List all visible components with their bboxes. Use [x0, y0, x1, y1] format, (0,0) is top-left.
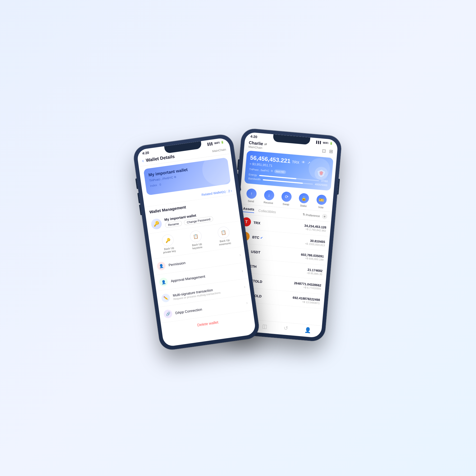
rename-button[interactable]: Rename [165, 220, 182, 228]
non-hd-badge: Non-HD [274, 170, 286, 174]
copy-address-icon[interactable]: ⧉ [174, 175, 176, 179]
backup-private-key[interactable]: 🔑 Back Upprivate key [161, 234, 176, 254]
multisig-chevron: › [244, 285, 246, 290]
eth-balance: 21.174682 ≈$ 85,885.35 [307, 268, 323, 276]
header-icons: ⊡ ⊞ [322, 148, 333, 155]
approval-chevron: › [241, 268, 244, 273]
backup-mnemonic-label: Back Upmnemonic [218, 239, 231, 246]
time-left: 4:20 [142, 150, 149, 155]
backup-private-key-icon: 🔑 [161, 234, 175, 247]
preference-icon: ⇅ [303, 213, 305, 217]
nav-layers-icon: ◫ [262, 323, 267, 330]
time-right: 4:20 [250, 134, 257, 139]
eth-name: ETH [250, 264, 307, 273]
eye-icon[interactable]: 👁 [301, 160, 305, 164]
swap-label: Swap [282, 203, 289, 206]
stake-action[interactable]: 🔒 Stake [298, 193, 309, 208]
usdt-name: USDT [251, 250, 301, 258]
status-icons-right: ▌▌▌ WiFi 🔋 [316, 141, 333, 145]
bttold-name: BTTOLD [248, 278, 294, 286]
receive-action[interactable]: ↓ Receive [263, 190, 274, 205]
stake-icon: 🔒 [299, 193, 309, 204]
vote-action[interactable]: 🎫 Vote [316, 194, 327, 209]
swap-icon: ⟳ [281, 191, 292, 202]
multisig-icon: ✏️ [161, 293, 171, 303]
sunold-balance: 692.418878222498 ≈$ 13.5483871 [292, 296, 320, 305]
backup-keystore[interactable]: 📋 Back Upkeystore [189, 230, 204, 250]
assets-tab[interactable]: Assets [243, 207, 254, 213]
swap-action[interactable]: ⟳ Swap [281, 191, 292, 206]
backup-keystore-label: Back Upkeystore [192, 242, 203, 250]
vote-label: Vote [318, 206, 324, 209]
copy-icon-right[interactable]: ⧉ [271, 169, 273, 173]
scan-icon[interactable]: ⊞ [329, 148, 333, 154]
receive-label: Receive [263, 201, 273, 205]
trx-balance: 34,234,453.126 ≈$ 2,760,842.982 [304, 224, 326, 232]
btc-verified-icon: ✔ [260, 236, 263, 240]
nav-account-icon: 👤 [304, 327, 312, 333]
trx-name: TRX [253, 221, 304, 229]
receive-icon: ↓ [264, 190, 274, 201]
wallet-address-right: THPwer...5wtfYC [249, 168, 269, 172]
stake-label: Stake [300, 204, 307, 208]
energy-label: Energy [249, 173, 257, 177]
balance-metrics: Energy 37/60 Bandwidth 4000/5000 [248, 173, 328, 187]
send-icon: ↑ [246, 188, 257, 199]
backup-keystore-icon: 📋 [189, 230, 203, 243]
nav-layers[interactable]: ◫ [262, 323, 268, 331]
bttold-balance: 2648771.04328662 ≈$ 6.77419355 [294, 281, 321, 290]
wallet-icon: 🔑 [150, 218, 162, 230]
dapp-chevron: › [246, 300, 248, 305]
bandwidth-label: Bandwidth [248, 177, 261, 181]
vote-icon: 🎫 [316, 194, 327, 205]
chain-badge-left: MainChain [212, 148, 226, 153]
btc-name: BTC ✔ [252, 235, 305, 244]
send-action[interactable]: ↑ Send [246, 188, 257, 203]
send-label: Send [248, 199, 254, 203]
preference-button[interactable]: ⇅ Preference [303, 213, 320, 218]
receive-icon[interactable]: ⊡ [322, 148, 326, 154]
usdt-balance: 602,786.035091 ≈$ 606,000.199 [300, 253, 324, 261]
nav-history-icon: ↺ [283, 325, 289, 331]
share-icon[interactable]: ↗ [307, 161, 310, 165]
btc-balance: 30.810455 ≈$ 1555,934.813 [305, 238, 325, 246]
add-token-button[interactable]: + [322, 214, 328, 219]
collectibles-tab[interactable]: Collectibles [258, 209, 276, 214]
dapp-icon: 🔗 [163, 309, 173, 319]
permission-icon: 👤 [157, 261, 166, 271]
back-button[interactable]: ‹ [142, 158, 144, 164]
approval-icon: 👤 [159, 277, 168, 287]
tron-logo [314, 166, 328, 181]
bandwidth-value: 4000/5000 [315, 183, 327, 187]
nav-history[interactable]: ↺ [283, 325, 289, 333]
nav-account[interactable]: 👤 [304, 327, 312, 335]
permission-chevron: › [239, 253, 241, 258]
backup-mnemonic[interactable]: 📋 Back Upmnemonic [217, 226, 231, 246]
backup-mnemonic-icon: 📋 [217, 226, 230, 239]
backup-private-key-label: Back Upprivate key [163, 246, 176, 254]
